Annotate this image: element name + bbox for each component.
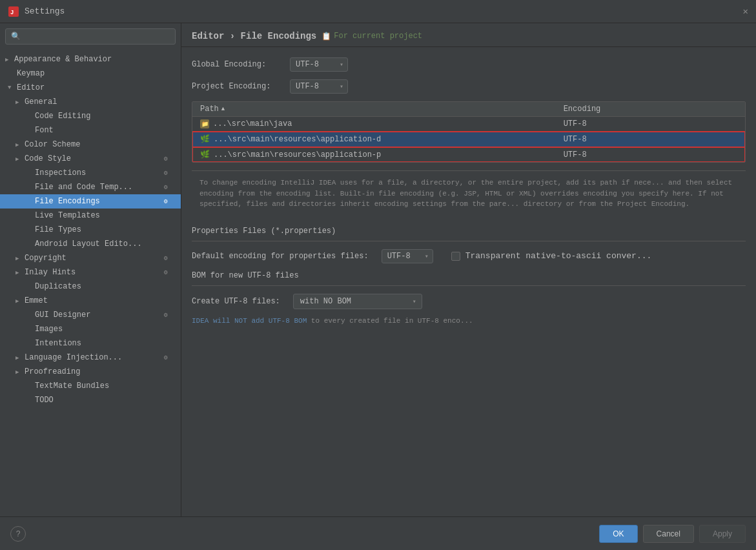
folder-icon: 📁 (200, 119, 209, 128)
app-icon: J (8, 6, 19, 17)
help-button[interactable]: ? (10, 526, 26, 542)
section-divider (192, 285, 746, 286)
expand-arrow-icon: ▼ (8, 85, 14, 91)
sidebar-item-proofreading[interactable]: ▶ Proofreading (0, 365, 181, 379)
sidebar-item-todo[interactable]: ▶ TODO (0, 393, 181, 407)
window-title: Settings (25, 6, 65, 16)
settings-icon: ⚙ (164, 155, 173, 163)
content-header: Editor › File Encodings 📋 For current pr… (181, 23, 756, 47)
sidebar-item-editor[interactable]: ▼ Editor (0, 81, 181, 95)
sidebar-item-general[interactable]: ▶ General (0, 95, 181, 109)
bom-note: IDEA will NOT add UTF-8 BOM to every cre… (192, 317, 746, 325)
expand-arrow-icon: ▶ (15, 354, 22, 362)
default-encoding-row: Default encoding for properties files: U… (192, 249, 746, 263)
global-encoding-label: Global Encoding: (192, 60, 282, 69)
settings-icon: ⚙ (164, 169, 173, 177)
default-encoding-value: UTF-8 (387, 252, 411, 261)
spring-icon: 🌿 (200, 134, 210, 144)
create-utf8-value: with NO BOM (300, 297, 351, 306)
apply-button[interactable]: Apply (699, 525, 746, 543)
expand-arrow-icon: ▶ (15, 298, 22, 305)
sidebar-item-inspections[interactable]: ▶ Inspections ⚙ (0, 166, 181, 180)
expand-arrow-icon: ▶ (15, 255, 22, 262)
ok-button[interactable]: OK (599, 525, 637, 543)
bom-section: BOM for new UTF-8 files Create UTF-8 fil… (192, 271, 746, 325)
table-header: Path Encoding (192, 102, 745, 117)
sidebar-item-copyright[interactable]: ▶ Copyright ⚙ (0, 251, 181, 265)
settings-icon: ⚙ (164, 354, 173, 362)
transparent-checkbox-row: Transparent native-to-ascii conver... (451, 251, 652, 261)
sidebar-item-duplicates[interactable]: ▶ Duplicates (0, 280, 181, 294)
global-encoding-value: UTF-8 (296, 60, 319, 69)
bom-section-title: BOM for new UTF-8 files (192, 271, 746, 280)
sidebar-item-android-layout[interactable]: ▶ Android Layout Edito... (0, 237, 181, 251)
settings-icon: ⚙ (164, 183, 173, 191)
project-encoding-value: UTF-8 (296, 82, 319, 91)
svg-text:J: J (10, 10, 14, 16)
table-row[interactable]: 🌿 ...\src\main\resources\application-p U… (192, 147, 745, 162)
global-encoding-row: Global Encoding: UTF-8 (192, 57, 746, 72)
sidebar-item-inlay-hints[interactable]: ▶ Inlay Hints ⚙ (0, 265, 181, 280)
sidebar-item-appearance-behavior[interactable]: ▶ Appearance & Behavior (0, 52, 181, 66)
project-icon: 📋 (322, 32, 331, 41)
encoding-cell: UTF-8 (556, 147, 745, 162)
search-box: 🔍 (5, 28, 176, 45)
info-box: To change encoding IntelliJ IDEA uses fo… (192, 170, 746, 216)
expand-arrow-icon: ▶ (15, 141, 22, 148)
title-bar: J Settings ✕ (0, 0, 756, 23)
settings-icon: ⚙ (164, 269, 173, 276)
encoding-table: Path Encoding 📁 ...\src\main\java UTF-8 (192, 101, 746, 163)
sidebar-item-file-encodings[interactable]: ▶ File Encodings ⚙ (0, 194, 181, 209)
expand-arrow-icon: ▶ (15, 99, 22, 106)
sidebar-item-file-types[interactable]: ▶ File Types (0, 223, 181, 237)
table-row[interactable]: 📁 ...\src\main\java UTF-8 (192, 117, 745, 132)
spring-icon: 🌿 (200, 150, 210, 159)
breadcrumb: Editor › File Encodings (192, 31, 316, 41)
close-button[interactable]: ✕ (743, 6, 748, 17)
properties-section-title: Properties Files (*.properties) (192, 227, 746, 236)
transparent-checkbox[interactable] (451, 252, 460, 261)
create-utf8-select[interactable]: with NO BOM (293, 294, 422, 309)
sidebar-item-live-templates[interactable]: ▶ Live Templates (0, 209, 181, 223)
sidebar-item-keymap[interactable]: ▶ Keymap (0, 66, 181, 81)
create-utf8-label: Create UTF-8 files: (192, 297, 280, 306)
settings-icon: ⚙ (164, 254, 173, 262)
search-icon: 🔍 (11, 32, 21, 41)
sidebar-item-emmet[interactable]: ▶ Emmet (0, 294, 181, 308)
cancel-button[interactable]: Cancel (643, 525, 694, 543)
sidebar-item-color-scheme[interactable]: ▶ Color Scheme (0, 138, 181, 152)
for-project-badge: 📋 For current project (322, 32, 422, 41)
default-encoding-select[interactable]: UTF-8 (382, 249, 433, 263)
sidebar-item-font[interactable]: ▶ Font (0, 123, 181, 138)
project-encoding-label: Project Encoding: (192, 82, 282, 91)
content-body: Global Encoding: UTF-8 Project Encoding:… (181, 47, 756, 516)
sidebar-item-intentions[interactable]: ▶ Intentions (0, 336, 181, 351)
settings-icon: ⚙ (164, 311, 173, 319)
expand-arrow-icon: ▶ (15, 156, 22, 163)
sidebar-item-code-editing[interactable]: ▶ Code Editing (0, 109, 181, 123)
expand-arrow-icon: ▶ (5, 56, 12, 63)
section-divider (192, 241, 746, 241)
sidebar-item-images[interactable]: ▶ Images (0, 322, 181, 336)
project-encoding-select[interactable]: UTF-8 (290, 79, 348, 94)
bottom-bar: ? OK Cancel Apply (0, 516, 756, 550)
expand-arrow-icon: ▶ (15, 269, 22, 276)
info-text: To change encoding IntelliJ IDEA uses fo… (199, 179, 732, 208)
search-input[interactable] (25, 32, 170, 41)
path-cell: 📁 ...\src\main\java (192, 117, 556, 131)
sidebar-item-file-code-templates[interactable]: ▶ File and Code Temp... ⚙ (0, 180, 181, 194)
sidebar-item-textmate-bundles[interactable]: ▶ TextMate Bundles (0, 379, 181, 393)
path-column-header[interactable]: Path (192, 102, 556, 116)
encoding-cell: UTF-8 (556, 132, 745, 147)
global-encoding-select[interactable]: UTF-8 (290, 57, 348, 72)
sidebar: 🔍 ▶ Appearance & Behavior ▶ Keymap ▼ Edi… (0, 23, 181, 516)
path-cell: 🌿 ...\src\main\resources\application-d (192, 132, 556, 147)
sidebar-item-language-injections[interactable]: ▶ Language Injection... ⚙ (0, 351, 181, 365)
encoding-column-header[interactable]: Encoding (556, 102, 745, 116)
sidebar-list: ▶ Appearance & Behavior ▶ Keymap ▼ Edito… (0, 50, 181, 516)
sidebar-item-gui-designer[interactable]: ▶ GUI Designer ⚙ (0, 308, 181, 322)
sidebar-item-code-style[interactable]: ▶ Code Style ⚙ (0, 152, 181, 166)
settings-icon: ⚙ (164, 198, 173, 205)
content-panel: Editor › File Encodings 📋 For current pr… (181, 23, 756, 516)
table-row[interactable]: 🌿 ...\src\main\resources\application-d U… (192, 132, 745, 147)
